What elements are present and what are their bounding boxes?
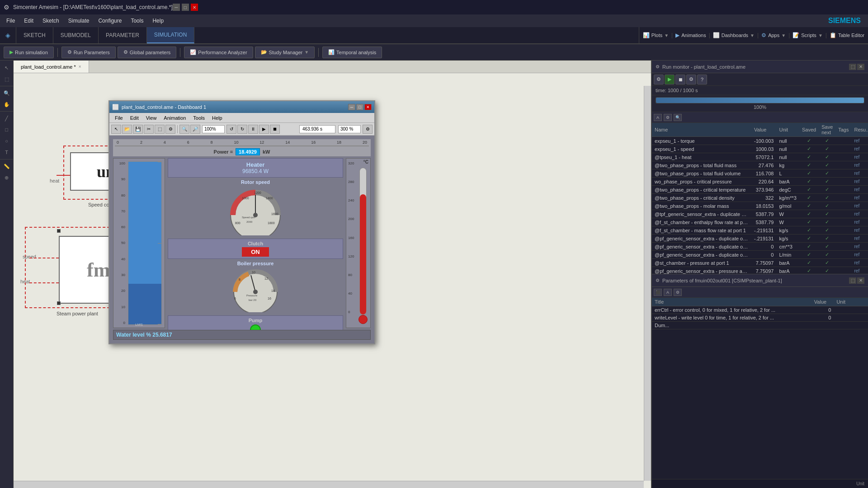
select-tool[interactable]: ⬚ [1, 74, 12, 84]
params-col-unit[interactable]: Unit [834, 298, 868, 306]
canvas-tab-main[interactable]: plant_load_control.ame * × [14, 61, 89, 73]
run-play-btn[interactable]: ▶ [665, 75, 675, 84]
temporal-analysis-button[interactable]: 📊 Temporal analysis [322, 47, 382, 58]
svg-text:1000: 1000 [242, 197, 249, 200]
params-table: Title Value Unit errCtrl - error control… [652, 298, 868, 329]
tab-sketch[interactable]: SKETCH [16, 27, 53, 43]
pan-tool[interactable]: ✋ [1, 99, 12, 110]
run-help-btn[interactable]: ? [697, 75, 707, 84]
maximize-button[interactable]: □ [182, 4, 189, 11]
params-col-title[interactable]: Title [652, 298, 811, 306]
dash-btn-7[interactable]: ↺ [226, 125, 236, 134]
table-toolbar-btn-3[interactable]: 🔍 [674, 114, 682, 121]
canvas-hscroll[interactable] [14, 481, 644, 488]
global-params-button[interactable]: ⚙ Global parameters [118, 47, 177, 58]
col-saved[interactable]: Saved [799, 123, 819, 137]
tab-submodel[interactable]: SUBMODEL [53, 27, 99, 43]
boiler-title: Boiler pressure [168, 261, 343, 266]
run-params-button[interactable]: ⚙ Run Parameters [61, 47, 116, 58]
table-toolbar-btn-2[interactable]: ⚙ [664, 114, 672, 121]
col-result[interactable]: Resu... [852, 123, 868, 137]
menu-edit[interactable]: Edit [19, 16, 38, 26]
svg-text:1800: 1800 [268, 221, 275, 225]
dashboards-group[interactable]: ⬜ Dashboards ▼ [713, 32, 755, 38]
circle-tool[interactable]: ○ [1, 136, 12, 146]
canvas-tab-close[interactable]: × [79, 64, 81, 69]
zoom-tool[interactable]: 🔍 [1, 88, 12, 99]
text-tool[interactable]: T [1, 147, 12, 158]
params-btn-3[interactable]: ⚙ [674, 289, 682, 296]
dash-menu-tools[interactable]: Tools [189, 114, 208, 122]
params-table-scroll[interactable]: Title Value Unit errCtrl - error control… [652, 298, 868, 479]
level-bar-lower [128, 284, 161, 324]
dash-btn-10[interactable]: ▶ [259, 125, 269, 134]
run-stop-btn[interactable]: ⏹ [675, 75, 685, 84]
measure-tool[interactable]: 📏 [1, 161, 12, 172]
close-button[interactable]: ✕ [191, 4, 198, 11]
cursor-tool[interactable]: ↖ [1, 62, 12, 73]
dash-btn-5[interactable]: ⬚ [155, 125, 165, 134]
probe-tool[interactable]: ⊕ [1, 172, 12, 183]
params-col-value[interactable]: Value [811, 298, 834, 306]
run-settings-btn[interactable]: ⚙ [654, 75, 664, 84]
dash-close-button[interactable]: ✕ [364, 104, 372, 110]
dash-menu-edit[interactable]: Edit [127, 114, 142, 122]
dash-btn-12[interactable]: ⚙ [363, 125, 373, 134]
animations-group[interactable]: ▶ Animations [675, 32, 706, 38]
menu-help[interactable]: Help [148, 16, 168, 26]
thermo-fill [360, 194, 366, 314]
study-manager-button[interactable]: 📂 Study Manager ▼ [255, 47, 315, 58]
scripts-group[interactable]: 📝 Scripts ▼ [793, 32, 823, 38]
tab-simulation[interactable]: SIMULATION [147, 27, 194, 43]
menu-sketch[interactable]: Sketch [38, 16, 64, 26]
canvas-vscroll[interactable] [644, 86, 651, 481]
run-monitor-close-btn[interactable]: ✕ [857, 64, 864, 70]
clutch-display: Clutch ON [168, 239, 343, 259]
perf-analyzer-button[interactable]: 📈 Performance Analyzer [184, 47, 253, 58]
dash-btn-4[interactable]: ✂ [144, 125, 154, 134]
dash-menu-file[interactable]: File [111, 114, 127, 122]
dash-btn-3[interactable]: 💾 [133, 125, 143, 134]
dash-btn-6[interactable]: ⚙ [165, 125, 175, 134]
dash-menu-animation[interactable]: Animation [160, 114, 189, 122]
run-config-btn[interactable]: ⚙ [686, 75, 696, 84]
zoom-display[interactable]: 300 % [338, 125, 361, 133]
col-unit[interactable]: Unit [776, 123, 799, 137]
params-close-btn[interactable]: ✕ [857, 277, 864, 284]
table-toolbar-btn-1[interactable]: A [654, 114, 662, 121]
params-btn-1[interactable]: ⬛ [654, 289, 662, 296]
dash-menu-help[interactable]: Help [208, 114, 226, 122]
dash-zoom-in[interactable]: 🔎 [190, 125, 200, 134]
dash-minimize-button[interactable]: ─ [348, 104, 355, 110]
col-name[interactable]: Name [652, 123, 751, 137]
col-save-next[interactable]: Save next [819, 123, 835, 137]
line-tool[interactable]: ╱ [1, 113, 12, 124]
data-table-scroll[interactable]: Name Value Unit Saved Save next Tags Res… [652, 123, 868, 274]
dash-zoom-level[interactable]: 100% [202, 125, 225, 133]
params-expand-btn[interactable]: ⬚ [849, 277, 856, 284]
dash-btn-9[interactable]: ⏸ [248, 125, 258, 134]
menu-tools[interactable]: Tools [126, 16, 148, 26]
apps-group[interactable]: ⚙ Apps ▼ [761, 32, 786, 38]
dash-zoom-out[interactable]: 🔍 [179, 125, 189, 134]
run-monitor-expand-btn[interactable]: ⬚ [849, 64, 856, 70]
position-indicator[interactable]: 463.936 s [299, 125, 335, 133]
dash-menu-view[interactable]: View [142, 114, 160, 122]
menu-simulate[interactable]: Simulate [64, 16, 94, 26]
dash-btn-2[interactable]: 📂 [122, 125, 132, 134]
tab-parameter[interactable]: PARAMETER [99, 27, 147, 43]
dash-btn-11[interactable]: ⏹ [270, 125, 280, 134]
menu-configure[interactable]: Configure [94, 16, 126, 26]
params-btn-2[interactable]: A [664, 289, 672, 296]
dash-btn-1[interactable]: ↖ [111, 125, 121, 134]
dash-btn-8[interactable]: ↻ [237, 125, 247, 134]
minimize-button[interactable]: ─ [173, 4, 180, 11]
rect-tool[interactable]: □ [1, 124, 12, 135]
menu-file[interactable]: File [2, 16, 19, 26]
dash-maximize-button[interactable]: □ [356, 104, 363, 110]
plots-group[interactable]: 📊 Plots ▼ [643, 32, 669, 38]
col-value[interactable]: Value [751, 123, 776, 137]
table-editor-group[interactable]: 📋 Table Editor [830, 32, 864, 38]
col-tags[interactable]: Tags [835, 123, 851, 137]
run-simulation-button[interactable]: ▶ Run simulation [4, 47, 54, 58]
